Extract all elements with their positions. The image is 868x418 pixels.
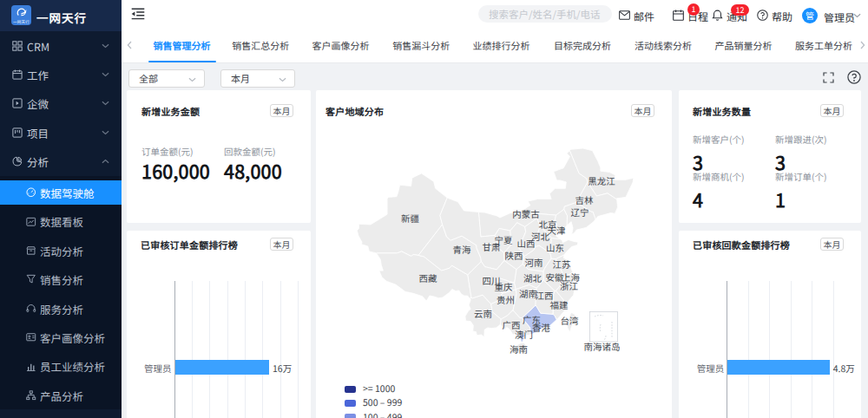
chart-gridline [192,281,193,418]
chevron-down-icon [279,77,286,82]
chart-gridline [280,281,281,418]
topbar: 邮件 日程 1 通知 12 帮助 管 管理员 [122,0,868,28]
legend-swatch [345,386,356,394]
china-map[interactable]: 黑龙江吉林辽宁内蒙古北京天津河北山西山东新疆宁夏甘肃青海陕西河南江苏安徽上海湖北… [318,125,670,394]
sidebar-subitem-label: 数据驾驶舱 [40,184,95,200]
notification-badge: 12 [731,4,749,16]
sidebar-subitem-label: 销售分析 [40,271,83,288]
map-label-山西: 山西 [517,237,536,250]
bar-管理员[interactable] [727,360,830,375]
help-icon[interactable] [847,70,861,84]
tab-label: 销售管理分析 [154,38,211,52]
scope-select[interactable]: 全部 [128,69,205,88]
tab-label: 服务工单分析 [795,38,852,52]
sidebar-item-label: CRM [27,37,49,54]
chevron-down-icon [102,72,109,77]
map-label-福建: 福建 [550,298,569,311]
legend-item-2: 100 – 499 [345,411,518,418]
legend-item-0: >= 1000 [345,382,518,396]
tab-4[interactable]: 业绩排行分析 [473,28,530,62]
period-badge[interactable]: 本月 [820,104,844,117]
period-badge[interactable]: 本月 [631,104,654,117]
bell-icon [712,10,723,21]
legend-label: 100 – 499 [363,410,402,418]
bar-管理员[interactable] [175,360,269,375]
map-label-天津: 天津 [548,224,566,237]
chart-gridline [748,281,749,418]
tab-7[interactable]: 产品销量分析 [715,28,773,62]
fullscreen-icon[interactable] [823,72,834,83]
chart-axis [727,281,727,418]
sidebar-subitem-2[interactable]: 活动分析 [0,236,122,265]
logo-row[interactable]: 一网天行 一网天行 [0,0,122,31]
period-badge[interactable]: 本月 [270,104,293,117]
map-label-香港: 香港 [532,321,550,334]
tab-6[interactable]: 活动线索分析 [635,28,692,62]
sidebar-item-1[interactable]: 工作 [0,60,122,88]
sidebar-subitem-0[interactable]: 数据驾驶舱 [0,178,122,206]
sidebar: 一网天行 一网天行 CRM 工作 企微 项目 [0,0,122,418]
stat-label: 新增客户(个) [693,133,745,146]
map-label-青海: 青海 [453,243,471,256]
tab-label: 业绩排行分析 [473,38,530,52]
logo: 一网天行 [11,5,31,25]
sidebar-item-3[interactable]: 项目 [0,118,122,147]
search-input[interactable] [478,5,612,23]
topbar-action-label: 邮件 [634,9,654,23]
tab-1[interactable]: 销售汇总分析 [232,28,289,62]
sidebar-item-2[interactable]: 企微 [0,89,122,118]
tab-0[interactable]: 销售管理分析 [154,28,211,62]
map-label-甘肃: 甘肃 [483,240,501,253]
sidebar-subitem-1[interactable]: 数据看板 [0,207,122,236]
tab-5[interactable]: 目标完成分析 [554,28,611,62]
chevron-left-icon[interactable] [127,41,132,49]
sidebar-subitem-5[interactable]: 客户画像分析 [0,323,122,351]
app-title: 一网天行 [36,9,87,26]
map-label-山东: 山东 [546,241,564,254]
tab-label: 目标完成分析 [554,38,611,52]
payment-rank-chart[interactable]: 管理员4.8万 [679,231,861,418]
tab-3[interactable]: 销售漏斗分析 [392,28,450,62]
chevron-down-icon [853,13,861,18]
chart-gridline [245,281,246,418]
tab-label: 销售漏斗分析 [392,38,450,52]
stat-label: 回款金额(元) [224,145,276,158]
mail-icon [619,10,630,21]
map-label-云南: 云南 [474,307,492,320]
avatar[interactable]: 管 [802,8,818,23]
period-select[interactable]: 本月 [220,69,295,88]
map-label-西藏: 西藏 [419,271,437,284]
menu-fold-icon[interactable] [131,8,145,20]
scope-select-value: 全部 [139,71,158,85]
wechat-work-icon [12,98,23,108]
chevron-right-icon[interactable] [860,41,865,49]
tab-2[interactable]: 客户画像分析 [312,28,370,62]
sidebar-item-0[interactable]: CRM [0,31,122,60]
order-rank-chart[interactable]: 管理员16万 [127,231,311,418]
sidebar-item-4[interactable]: 分析 [0,147,122,176]
sidebar-subitem-6[interactable]: 员工业绩分析 [0,352,122,381]
tab-8[interactable]: 服务工单分析 [795,28,852,62]
tab-label: 产品销量分析 [715,38,773,52]
map-label-贵州: 贵州 [496,293,515,306]
chart-gridline [769,281,770,418]
card-new-business-count: 新增业务数量 本月 新增客户(个) 3 新增跟进(次) 3 新增商机(个) 4 … [679,90,861,223]
tab-bar: 销售管理分析 销售汇总分析 客户画像分析 销售漏斗分析 业绩排行分析 目标完成分… [122,28,868,63]
question-circle-icon [757,10,768,21]
sidebar-subitem-4[interactable]: 服务分析 [0,294,122,323]
sidebar-subitem-7[interactable]: 产品分析 [0,381,122,409]
chevron-down-icon [102,101,109,106]
fund-icon [26,217,36,227]
bar-category-label: 管理员 [144,361,172,374]
tab-label: 客户画像分析 [312,38,370,52]
stat-value: 4 [693,186,703,212]
legend-item-1: 500 – 999 [345,396,518,410]
sidebar-subitem-3[interactable]: 销售分析 [0,265,122,293]
sidebar-item-label: 企微 [27,95,49,112]
period-select-value: 本月 [231,71,250,85]
chevron-down-icon [188,77,196,82]
chevron-down-icon [102,130,109,135]
map-label-新疆: 新疆 [401,212,419,225]
user-name[interactable]: 管理员 [824,10,855,24]
stat-label: 新增商机(个) [693,170,745,183]
